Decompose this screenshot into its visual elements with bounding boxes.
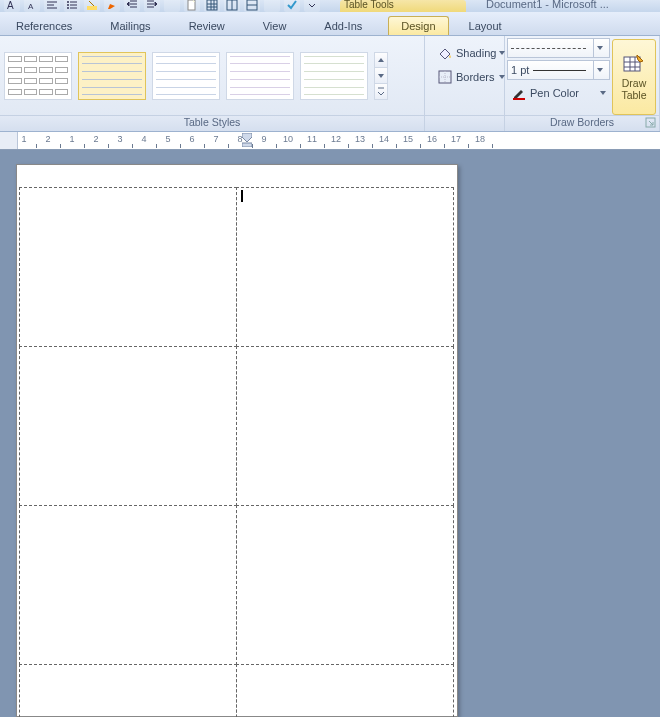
ruler-number: 12 [331, 134, 341, 144]
svg-point-4 [67, 7, 69, 9]
tab-layout[interactable]: Layout [457, 17, 514, 35]
qat-insert-rows-icon[interactable] [224, 0, 240, 12]
ribbon: Table Styles Shading Borders [0, 36, 660, 132]
table-cell[interactable] [19, 187, 237, 347]
qat-indent-left-icon[interactable] [124, 0, 140, 12]
group-table-styles: Table Styles [0, 36, 425, 131]
svg-point-2 [67, 1, 69, 3]
ribbon-tabs: References Mailings Review View Add-Ins … [0, 12, 660, 36]
quick-access-toolbar: A A [0, 0, 320, 12]
svg-rect-14 [242, 143, 252, 147]
group-label-draw-borders: Draw Borders [505, 115, 659, 131]
tab-addins[interactable]: Add-Ins [312, 17, 374, 35]
line-style-preview [511, 48, 586, 49]
qat-list-icon[interactable] [64, 0, 80, 12]
style-thumb-light2[interactable] [152, 52, 220, 100]
document-table[interactable] [19, 187, 455, 717]
ruler-number: 10 [283, 134, 293, 144]
table-cell[interactable] [236, 505, 454, 665]
tab-review[interactable]: Review [177, 17, 237, 35]
ruler-number: 16 [427, 134, 437, 144]
dropdown-arrow-icon [593, 39, 606, 57]
table-cell[interactable] [19, 664, 237, 717]
qat-table-icon[interactable] [204, 0, 220, 12]
contextual-tab-label: Table Tools [344, 0, 394, 10]
qat-font-grow-icon[interactable]: A [4, 0, 20, 12]
line-style-combo[interactable] [507, 38, 610, 58]
svg-rect-7 [207, 0, 217, 10]
group-label-blank [425, 115, 504, 131]
ruler-number: 17 [451, 134, 461, 144]
group-draw-borders: 1 pt Pen Color Draw Table Draw Borders [505, 36, 660, 131]
ruler-corner [0, 132, 18, 150]
ruler-number: 18 [475, 134, 485, 144]
qat-indent-right-icon[interactable] [144, 0, 160, 12]
qat-check-icon[interactable] [284, 0, 300, 12]
qat-pen-icon[interactable] [104, 0, 120, 12]
pen-color-label: Pen Color [530, 87, 579, 99]
tab-references[interactable]: References [4, 17, 84, 35]
ruler-number: 9 [261, 134, 266, 144]
document-area [0, 150, 660, 717]
paint-bucket-icon [437, 45, 453, 61]
style-thumb-light1[interactable] [78, 52, 146, 100]
tab-design[interactable]: Design [388, 16, 448, 35]
svg-text:A: A [28, 2, 34, 11]
borders-icon [437, 69, 453, 85]
ruler-number: 2 [93, 134, 98, 144]
borders-button[interactable]: Borders [433, 66, 509, 88]
group-label-table-styles: Table Styles [0, 115, 424, 131]
dropdown-arrow-icon [593, 61, 606, 79]
ruler-number: 15 [403, 134, 413, 144]
ruler-number: 5 [165, 134, 170, 144]
line-weight-preview [533, 70, 586, 71]
dialog-launcher-icon[interactable] [645, 117, 657, 129]
draw-table-button[interactable]: Draw Table [612, 39, 656, 115]
table-row [19, 505, 455, 664]
gallery-more[interactable] [375, 84, 387, 99]
style-thumb-plain[interactable] [4, 52, 72, 100]
table-styles-gallery[interactable] [4, 52, 388, 100]
document-title: Document1 - Microsoft ... [486, 0, 609, 10]
qat-font-shrink-icon[interactable]: A [24, 0, 40, 12]
qat-new-icon[interactable] [184, 0, 200, 12]
tab-view[interactable]: View [251, 17, 299, 35]
gallery-scroller [374, 52, 388, 100]
table-row [19, 346, 455, 505]
dropdown-arrow-icon [600, 91, 606, 95]
table-cell[interactable] [236, 346, 454, 506]
svg-point-3 [67, 4, 69, 6]
tab-mailings[interactable]: Mailings [98, 17, 162, 35]
qat-dropdown-icon[interactable] [304, 0, 320, 12]
pen-color-button[interactable]: Pen Color [507, 82, 610, 104]
shading-label: Shading [456, 47, 496, 59]
qat-separator [164, 0, 180, 12]
svg-rect-11 [513, 98, 525, 100]
table-row [19, 664, 455, 717]
svg-rect-5 [87, 6, 97, 10]
shading-button[interactable]: Shading [433, 42, 509, 64]
line-weight-combo[interactable]: 1 pt [507, 60, 610, 80]
qat-separator-2 [264, 0, 280, 12]
group-shading-borders: Shading Borders [425, 36, 505, 131]
style-thumb-light3[interactable] [226, 52, 294, 100]
table-cell[interactable] [19, 505, 237, 665]
ruler-number: 3 [117, 134, 122, 144]
gallery-scroll-up[interactable] [375, 53, 387, 69]
table-cell[interactable] [236, 187, 454, 347]
gallery-scroll-down[interactable] [375, 68, 387, 84]
ruler-number: 1 [69, 134, 74, 144]
draw-table-icon [622, 53, 646, 77]
borders-label: Borders [456, 71, 495, 83]
qat-highlight-icon[interactable] [84, 0, 100, 12]
horizontal-ruler[interactable]: 12123456789101112131415161718 [0, 132, 660, 150]
table-cell[interactable] [19, 346, 237, 506]
ruler-number: 13 [355, 134, 365, 144]
style-thumb-light4[interactable] [300, 52, 368, 100]
qat-insert-cols-icon[interactable] [244, 0, 260, 12]
ruler-number: 11 [307, 134, 317, 144]
qat-align-icon[interactable] [44, 0, 60, 12]
table-cell[interactable] [236, 664, 454, 717]
indent-marker-icon[interactable] [242, 133, 252, 147]
document-page[interactable] [16, 164, 458, 717]
